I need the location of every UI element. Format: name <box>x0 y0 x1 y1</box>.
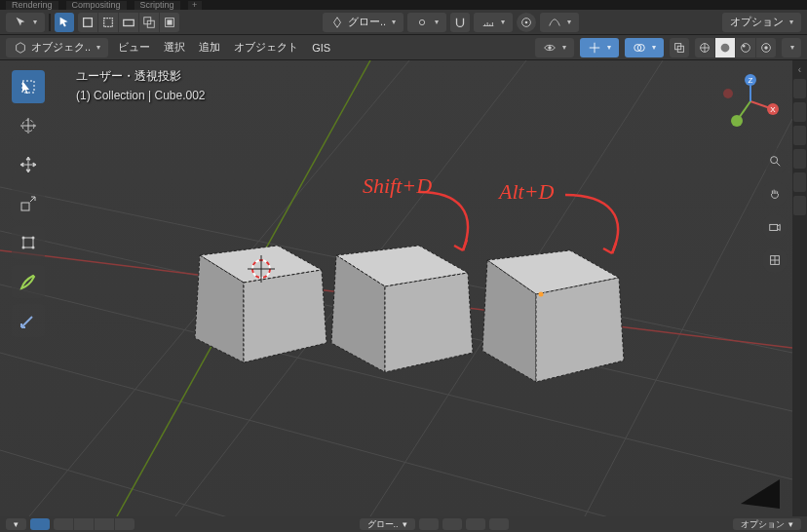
tool-annotate[interactable] <box>12 265 45 298</box>
menu-select[interactable]: 選択 <box>160 40 189 55</box>
panel-tab-6[interactable] <box>793 196 806 215</box>
proportional-toggle[interactable] <box>517 13 536 32</box>
camera-view-button[interactable] <box>762 214 788 240</box>
tool-measure[interactable] <box>12 304 45 337</box>
hand-icon <box>768 187 782 201</box>
projection-label: ユーザー・透視投影 <box>76 68 206 85</box>
pivot-dropdown[interactable]: ▾ <box>407 13 446 32</box>
solid-icon <box>718 41 732 55</box>
shade-matprev-button[interactable] <box>736 38 755 57</box>
zoom-button[interactable] <box>762 148 788 173</box>
annotation-arrow-1 <box>419 192 468 250</box>
svg-rect-50 <box>23 238 33 247</box>
svg-point-16 <box>742 43 750 52</box>
svg-rect-64 <box>770 224 778 230</box>
snap-dropdown[interactable]: ▾ <box>474 13 513 32</box>
toolbar-left <box>12 70 47 337</box>
menu-gis[interactable]: GIS <box>308 42 334 54</box>
tool-transform[interactable] <box>12 226 45 259</box>
axis-z-label: Z <box>749 76 753 85</box>
panel-tab-3[interactable] <box>793 126 806 145</box>
camera-icon <box>741 479 780 509</box>
nav-gizmo[interactable]: X Z <box>719 70 782 133</box>
overlay-dropdown[interactable]: ▾ <box>625 38 664 57</box>
gizmo-icon <box>588 41 601 55</box>
tab-scripting[interactable]: Scripting <box>134 1 180 10</box>
tab-add[interactable]: + <box>188 1 202 10</box>
select-circle-button[interactable] <box>98 13 118 32</box>
interaction-mode-dropdown[interactable]: ▾ <box>6 13 45 32</box>
svg-point-51 <box>22 237 25 240</box>
pan-button[interactable] <box>762 181 788 207</box>
options-dropdown-1[interactable]: オプション ▾ <box>722 13 801 32</box>
viewport-3d[interactable]: Shift+D Alt+D <box>0 60 792 516</box>
grid-icon <box>768 253 782 267</box>
tool-select-box[interactable] <box>12 70 45 103</box>
viewport-controls <box>762 148 788 273</box>
tool-move[interactable] <box>12 148 45 181</box>
proportional-dropdown[interactable]: ▾ <box>540 13 579 32</box>
shade-solid-button[interactable] <box>715 38 735 57</box>
shade-wire-button[interactable] <box>695 38 714 57</box>
arrow-icon <box>58 16 71 29</box>
svg-point-17 <box>743 44 746 47</box>
svg-rect-2 <box>124 19 134 25</box>
pencil-icon <box>19 272 38 291</box>
orientation-dropdown[interactable]: グロー.. ▾ <box>323 13 404 32</box>
xray-toggle[interactable] <box>670 38 689 57</box>
menu-add[interactable]: 追加 <box>195 40 224 55</box>
footer-seg-3[interactable] <box>95 518 114 530</box>
menu-object[interactable]: オブジェクト <box>230 40 302 55</box>
select-indent-button[interactable] <box>160 13 179 32</box>
tab-compositing[interactable]: Compositing <box>66 1 127 10</box>
footer-seg-1[interactable] <box>54 518 73 530</box>
footer-orientation-label: グロー.. <box>367 518 399 531</box>
svg-marker-33 <box>244 270 327 362</box>
svg-point-59 <box>731 115 743 127</box>
footer-mode[interactable]: ▾ <box>6 518 26 530</box>
visibility-dropdown[interactable]: ▾ <box>535 38 574 57</box>
footer-select-tool[interactable] <box>30 518 50 530</box>
orientation-icon <box>330 16 344 29</box>
move-icon <box>19 155 38 174</box>
menu-view[interactable]: ビュー <box>114 40 154 55</box>
panel-tab-4[interactable] <box>793 149 806 169</box>
footer-seg-2[interactable] <box>74 518 94 530</box>
editor-type-dropdown[interactable]: オブジェク.. ▾ <box>6 38 108 57</box>
footer-b1[interactable] <box>419 518 439 530</box>
panel-tab-2[interactable] <box>793 102 806 122</box>
tab-rendering[interactable]: Rendering <box>6 1 58 10</box>
persp-ortho-button[interactable] <box>762 247 788 273</box>
footer-b3[interactable] <box>466 518 485 530</box>
panel-tab-5[interactable] <box>793 172 806 192</box>
render-icon <box>759 41 773 55</box>
svg-rect-1 <box>104 18 113 26</box>
footer-options[interactable]: オプション ▾ <box>733 518 801 530</box>
tool-cursor[interactable] <box>12 109 45 142</box>
shading-dropdown[interactable]: ▾ <box>782 38 801 57</box>
tool-scale[interactable] <box>12 187 45 220</box>
select-lasso-button[interactable] <box>119 13 138 32</box>
panel-collapse-icon[interactable]: ‹ <box>798 64 801 75</box>
cursor-3d-icon <box>19 116 38 135</box>
footer-seg-4[interactable] <box>115 518 134 530</box>
select-box-button[interactable] <box>78 13 97 32</box>
gizmo-dropdown[interactable]: ▾ <box>580 38 619 57</box>
workspace-tabs: Rendering Compositing Scripting + <box>0 0 807 10</box>
svg-rect-6 <box>167 19 172 24</box>
eye-icon <box>543 41 557 55</box>
footer-b2[interactable] <box>442 518 462 530</box>
collection-label: (1) Collection | Cube.002 <box>76 89 206 102</box>
snap-toggle[interactable] <box>450 13 470 32</box>
select-tool-button[interactable] <box>55 13 74 32</box>
footer-header: ▾ グロー.. ▾ オプション ▾ <box>0 516 807 532</box>
editor-header: オブジェク.. ▾ ビュー 選択 追加 オブジェクト GIS ▾ ▾ ▾ ▾ <box>0 35 807 60</box>
shade-render-button[interactable] <box>756 38 776 57</box>
select-intersect-button[interactable] <box>139 13 159 32</box>
panel-tab-1[interactable] <box>793 79 806 98</box>
footer-orientation[interactable]: グロー.. ▾ <box>360 518 415 530</box>
svg-marker-36 <box>385 273 473 372</box>
cube-middle <box>331 246 473 372</box>
footer-b4[interactable] <box>489 518 509 530</box>
options-label-1: オプション <box>730 15 784 29</box>
